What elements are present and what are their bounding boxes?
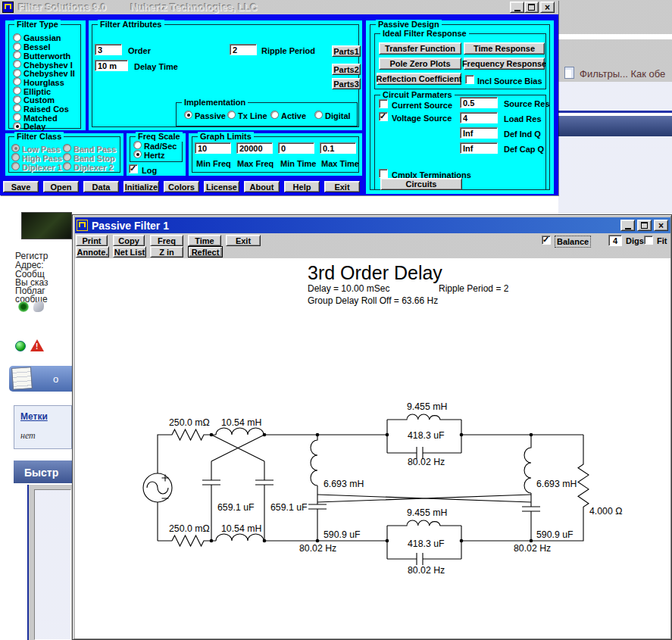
radio-hourglass[interactable] [13,77,21,86]
filter-type-option[interactable]: Chebyshev II [23,69,75,78]
radio-chebyshev-1[interactable] [13,60,21,68]
current-source-checkbox[interactable] [379,99,388,108]
freq-scale-option[interactable]: Hertz [144,151,165,160]
circuits-button[interactable]: Circuits [380,178,462,190]
exit-button-pf[interactable]: Exit [226,235,261,246]
maximize-button[interactable] [524,2,539,13]
about-button[interactable]: About [244,181,280,192]
pf-close-button[interactable]: × [654,220,668,231]
filter-type-option[interactable]: Raised Cos [23,105,69,114]
pf-title-bar[interactable]: Passive Filter 1 × [75,217,670,233]
annote-button[interactable]: Annote. [76,246,109,258]
minimize-button[interactable] [510,2,524,13]
tags-value: нет [20,430,36,442]
pf-minimize-button[interactable] [620,220,635,231]
balance-label[interactable]: Balance [555,236,590,247]
radio-gaussian[interactable] [13,33,21,42]
z-in-button[interactable]: Z in [150,246,183,258]
fit-checkbox[interactable] [644,236,653,245]
log-checkbox[interactable]: ✓ [129,164,138,173]
reflection-coefficient-button[interactable]: Reflection Coefficient [377,73,461,85]
radio-active[interactable] [270,111,279,119]
freq-button[interactable]: Freq [150,235,183,246]
component-label: 80.02 Hz [408,457,445,467]
open-button[interactable]: Open [43,181,79,192]
transfer-function-button[interactable]: Transfer Function [379,42,461,55]
implementation-option[interactable]: Tx Line [238,111,267,120]
initialize-button[interactable]: Initialize [123,181,159,192]
leaf-icon[interactable] [33,301,44,312]
radio-butterworth[interactable] [13,51,21,59]
parts2-button[interactable]: Parts2 [332,64,361,75]
balance-checkbox[interactable]: ✓ [542,236,551,245]
license-button[interactable]: License [204,181,239,192]
radio-chebyshev-2[interactable] [13,69,21,77]
filter-type-option[interactable]: Butterworth [23,52,70,61]
def-cap-q-input[interactable] [460,142,498,154]
filter-attributes-legend: Filter Attributes [98,20,164,30]
reflect-button[interactable]: Reflect [188,246,223,258]
order-input[interactable] [95,44,122,55]
radio-elliptic[interactable] [13,86,21,95]
radio-passive[interactable] [184,111,192,119]
fit-label: Fit [657,236,667,245]
net-list-button[interactable]: Net List [113,246,146,258]
radio-tx-line[interactable] [227,111,236,119]
min-freq-input[interactable] [195,142,231,154]
parts1-button[interactable]: Parts1 [332,45,361,57]
max-freq-input[interactable] [236,142,273,154]
save-button[interactable]: Save [3,181,39,192]
browser-tab-item[interactable]: Фильтры... Как обе [558,65,672,82]
radio-custom[interactable] [13,95,21,104]
filter-type-option[interactable]: Bessel [23,42,50,52]
digs-input[interactable] [608,235,622,246]
parts3-button[interactable]: Parts3 [332,78,361,89]
quick-reply-textarea[interactable] [34,489,71,640]
freq-scale-option[interactable]: Rad/Sec [144,142,177,151]
implementation-option[interactable]: Active [281,111,306,120]
radio-hertz[interactable] [133,150,142,158]
maximize-icon [641,222,648,229]
radio-digital[interactable] [314,111,323,119]
exit-button[interactable]: Exit [324,181,360,192]
min-time-input[interactable] [278,142,314,154]
radio-matched[interactable] [13,113,21,121]
quick-reply-box [27,485,72,640]
radio-bessel[interactable] [13,42,21,51]
radio-band-pass [63,144,71,152]
time-button[interactable]: Time [188,235,221,246]
warning-icon[interactable]: ! [30,339,44,351]
time-response-button[interactable]: Time Response [464,42,545,55]
voltage-source-checkbox[interactable]: ✓ [379,112,388,121]
load-res-input[interactable] [460,112,498,123]
frequency-response-button[interactable]: Frequency Response [464,58,545,70]
filter-type-option[interactable]: Custom [23,95,55,105]
flower-icon[interactable] [18,301,29,312]
filter-type-option[interactable]: Gaussian [23,33,61,42]
implementation-option[interactable]: Digital [325,111,351,120]
colors-button[interactable]: Colors [164,181,199,192]
radio-delay[interactable] [13,122,21,130]
help-button[interactable]: Help [284,181,320,192]
title-bar[interactable]: Filter Solutions 9.0 Nuhertz Technologie… [0,0,558,14]
def-ind-q-input[interactable] [460,127,498,139]
implementation-option[interactable]: Passive [195,111,226,120]
data-button[interactable]: Data [83,181,119,192]
filter-type-option[interactable]: Hourglass [23,78,64,87]
ripple-period-input[interactable] [230,44,257,55]
cmplx-terminations-checkbox[interactable] [379,169,388,178]
close-button[interactable]: × [540,2,555,13]
incl-source-bias-checkbox[interactable] [465,75,474,84]
source-res-input[interactable] [460,97,498,108]
filter-type-option[interactable]: Delay [23,122,45,131]
print-button[interactable]: Print [76,235,108,246]
max-time-input[interactable] [320,142,356,154]
copy-button[interactable]: Copy [113,235,145,246]
pf-maximize-button[interactable] [637,220,652,231]
pole-zero-plots-button[interactable]: Pole Zero Plots [379,58,461,70]
reply-banner[interactable]: о [9,366,72,392]
radio-rad-sec[interactable] [133,141,142,149]
tags-title[interactable]: Метки [20,411,48,422]
radio-raised-cos[interactable] [13,104,21,112]
delay-time-input[interactable] [95,60,128,71]
